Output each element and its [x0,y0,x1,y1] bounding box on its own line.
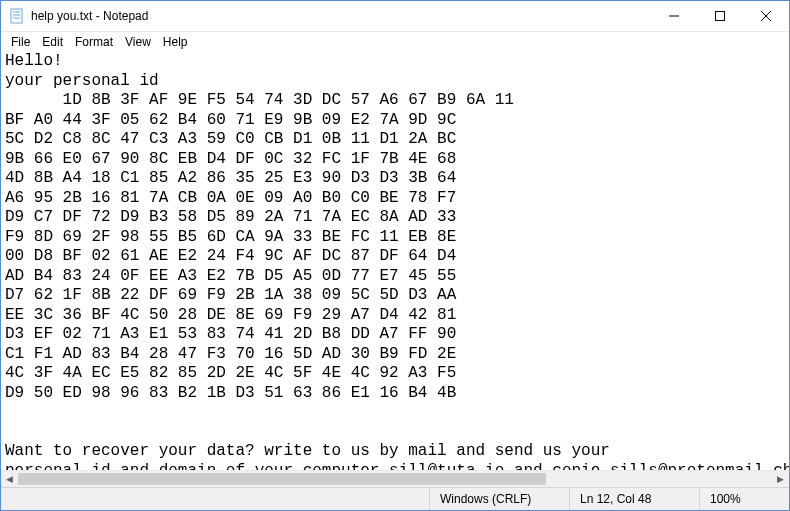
horizontal-scrollbar[interactable]: ◀ ▶ [1,470,789,487]
maximize-button[interactable] [697,1,743,31]
scroll-track[interactable] [18,471,772,487]
status-zoom: 100% [699,488,789,510]
status-position: Ln 12, Col 48 [569,488,699,510]
status-encoding: Windows (CRLF) [429,488,569,510]
scroll-left-arrow-icon[interactable]: ◀ [1,471,18,487]
text-editor[interactable]: Hello! your personal id 1D 8B 3F AF 9E F… [1,52,789,470]
svg-rect-0 [11,9,22,23]
window-title: help you.txt - Notepad [31,9,651,23]
scroll-thumb[interactable] [18,473,546,485]
window-controls [651,1,789,31]
titlebar: help you.txt - Notepad [1,1,789,32]
notepad-icon [9,8,25,24]
menu-file[interactable]: File [5,33,36,51]
menubar: File Edit Format View Help [1,32,789,52]
svg-rect-5 [716,12,725,21]
notepad-window: help you.txt - Notepad File Edit Format … [0,0,790,511]
minimize-button[interactable] [651,1,697,31]
menu-edit[interactable]: Edit [36,33,69,51]
close-button[interactable] [743,1,789,31]
statusbar: Windows (CRLF) Ln 12, Col 48 100% [1,487,789,510]
scroll-right-arrow-icon[interactable]: ▶ [772,471,789,487]
menu-view[interactable]: View [119,33,157,51]
menu-format[interactable]: Format [69,33,119,51]
menu-help[interactable]: Help [157,33,194,51]
